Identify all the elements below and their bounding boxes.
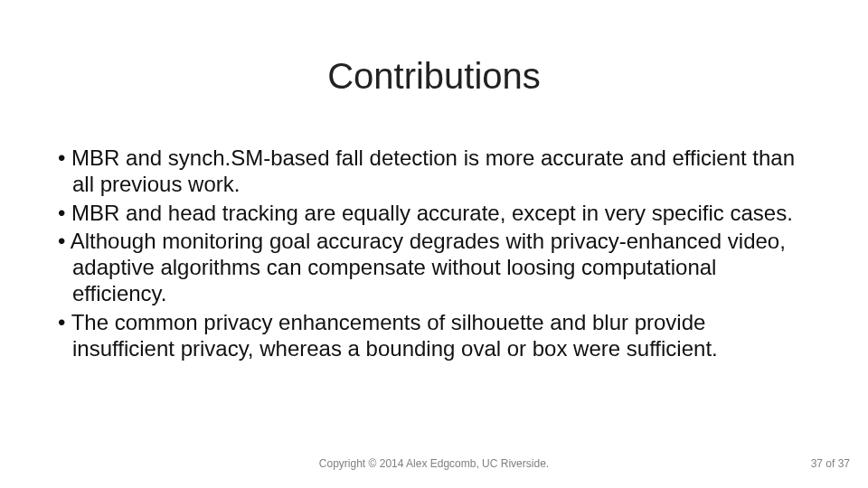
list-item: MBR and head tracking are equally accura… — [56, 200, 812, 226]
footer-page-number: 37 of 37 — [811, 457, 850, 470]
footer-copyright: Copyright © 2014 Alex Edgcomb, UC Rivers… — [0, 457, 868, 470]
list-item: The common privacy enhancements of silho… — [56, 309, 812, 362]
slide: Contributions MBR and synch.SM-based fal… — [0, 0, 868, 488]
list-item: MBR and synch.SM-based fall detection is… — [56, 145, 812, 198]
slide-title: Contributions — [0, 56, 868, 97]
list-item: Although monitoring goal accuracy degrad… — [56, 228, 812, 307]
bullet-list: MBR and synch.SM-based fall detection is… — [56, 145, 812, 361]
slide-body: MBR and synch.SM-based fall detection is… — [56, 145, 812, 363]
